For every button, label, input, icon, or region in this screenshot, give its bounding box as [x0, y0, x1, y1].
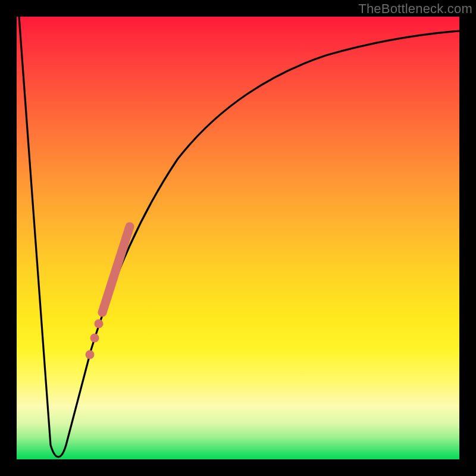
- highlight-dot: [95, 320, 104, 328]
- highlight-dot: [86, 350, 95, 359]
- bottleneck-curve: [19, 17, 459, 457]
- plot-area: [17, 17, 459, 459]
- chart-frame: TheBottleneck.com: [0, 0, 476, 476]
- highlight-dot: [90, 334, 99, 343]
- curve-layer: [17, 17, 459, 459]
- highlight-segment: [102, 227, 130, 312]
- watermark-text: TheBottleneck.com: [358, 1, 472, 17]
